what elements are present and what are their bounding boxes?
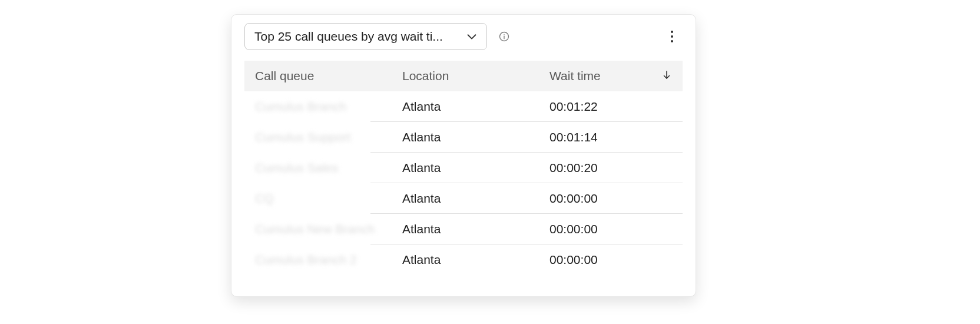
cell-queue: Cumulus Support	[255, 130, 402, 144]
report-card: Top 25 call queues by avg wait ti... Cal…	[231, 14, 696, 297]
cell-location: Atlanta	[402, 191, 549, 206]
cell-wait: 00:01:22	[549, 100, 672, 114]
card-toolbar: Top 25 call queues by avg wait ti...	[244, 23, 683, 50]
cell-wait: 00:00:00	[549, 253, 672, 267]
table-row[interactable]: Cumulus SupportAtlanta00:01:14	[244, 122, 683, 152]
col-header-wait-label: Wait time	[549, 69, 601, 83]
cell-queue: Cumulus New Branch	[255, 222, 402, 236]
cell-wait: 00:01:14	[549, 130, 672, 144]
report-selector-dropdown[interactable]: Top 25 call queues by avg wait ti...	[244, 23, 487, 50]
more-menu-button[interactable]	[665, 28, 679, 45]
cell-wait: 00:00:00	[549, 191, 672, 206]
sort-desc-icon	[661, 69, 672, 83]
cell-location: Atlanta	[402, 100, 549, 114]
cell-queue: Cumulus Sales	[255, 161, 402, 175]
col-header-wait[interactable]: Wait time	[549, 69, 672, 83]
table-row[interactable]: CQAtlanta00:00:00	[244, 183, 683, 213]
cell-location: Atlanta	[402, 161, 549, 175]
cell-location: Atlanta	[402, 253, 549, 267]
chevron-down-icon	[465, 30, 478, 43]
cell-wait: 00:00:00	[549, 222, 672, 236]
cell-location: Atlanta	[402, 130, 549, 144]
table-row[interactable]: Cumulus Branch 2Atlanta00:00:00	[244, 244, 683, 275]
table-row[interactable]: Cumulus New BranchAtlanta00:00:00	[244, 214, 683, 244]
col-header-location[interactable]: Location	[402, 69, 549, 83]
table-row[interactable]: Cumulus BranchAtlanta00:01:22	[244, 91, 683, 121]
cell-queue: Cumulus Branch	[255, 100, 402, 114]
info-icon[interactable]	[498, 30, 511, 43]
call-queue-table: Call queue Location Wait time Cumulus Br…	[244, 61, 683, 275]
cell-wait: 00:00:20	[549, 161, 672, 175]
cell-queue: CQ	[255, 191, 402, 206]
cell-queue: Cumulus Branch 2	[255, 253, 402, 267]
cell-location: Atlanta	[402, 222, 549, 236]
col-header-queue[interactable]: Call queue	[255, 69, 402, 83]
report-selector-label: Top 25 call queues by avg wait ti...	[254, 29, 465, 44]
table-row[interactable]: Cumulus SalesAtlanta00:00:20	[244, 153, 683, 183]
table-header-row: Call queue Location Wait time	[244, 61, 683, 91]
svg-point-1	[504, 34, 505, 35]
